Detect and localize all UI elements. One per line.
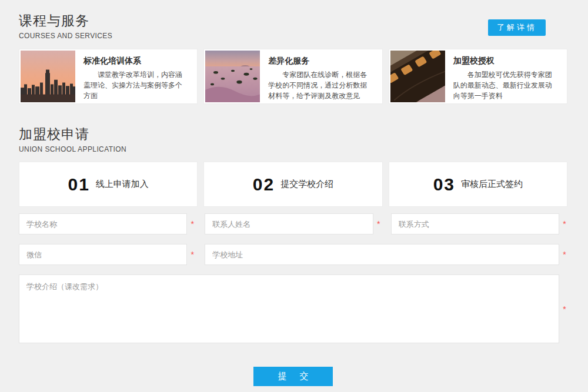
school-introduction-textarea[interactable] (19, 274, 559, 343)
card-description: 课堂教学改革培训，内容涵盖理论、实操方法与案例等多个方面 (83, 69, 189, 101)
courses-section-header: 课程与服务 COURSES AND SERVICES 了解详情 (19, 0, 567, 40)
course-card-standardized-training: 标准化培训体系 课堂教学改革培训，内容涵盖理论、实操方法与案例等多个方面 (19, 49, 198, 104)
card-title: 差异化服务 (268, 56, 373, 66)
card-title: 加盟校授权 (453, 56, 559, 66)
required-asterisk: * (376, 220, 382, 228)
courses-section-title: 课程与服务 (19, 12, 567, 30)
wechat-input[interactable] (19, 244, 187, 265)
required-asterisk: * (562, 220, 567, 228)
step-submit-introduction: 02 提交学校介绍 (203, 162, 382, 207)
application-section-subtitle: UNION SCHOOL APPLICATION (19, 145, 567, 153)
step-number: 03 (433, 176, 455, 193)
step-label: 提交学校介绍 (280, 179, 333, 190)
film-strip-image (390, 51, 445, 102)
application-steps: 01 线上申请加入 02 提交学校介绍 03 审核后正式签约 (19, 162, 567, 207)
page: 课程与服务 COURSES AND SERVICES 了解详情 (0, 0, 588, 386)
contact-name-input[interactable] (205, 213, 373, 234)
course-card-differentiated-service: 差异化服务 专家团队在线诊断，根据各学校的不同情况，通过分析数据材料等，给予评测… (203, 49, 382, 104)
required-asterisk: * (562, 305, 567, 313)
application-section-title: 加盟校申请 (19, 125, 567, 143)
card-title: 标准化培训体系 (83, 56, 189, 66)
step-label: 审核后正式签约 (461, 179, 523, 190)
application-form: * * * * * * 提 交 (19, 213, 567, 386)
step-number: 02 (253, 176, 275, 193)
step-sign-contract: 03 审核后正式签约 (389, 162, 567, 207)
learn-more-button[interactable]: 了解详情 (488, 19, 546, 36)
desert-dunes-image (205, 51, 260, 102)
card-description: 专家团队在线诊断，根据各学校的不同情况，通过分析数据材料等，给予评测及教改意见 (268, 69, 373, 101)
courses-section-subtitle: COURSES AND SERVICES (19, 32, 567, 40)
application-section-header: 加盟校申请 UNION SCHOOL APPLICATION (19, 125, 567, 153)
step-label: 线上申请加入 (96, 179, 149, 190)
course-card-franchise-authorization: 加盟校授权 各加盟校可优先获得专家团队的最新动态、最新行业发展动向等第一手资料 (389, 49, 567, 104)
card-description: 各加盟校可优先获得专家团队的最新动态、最新行业发展动向等第一手资料 (453, 69, 559, 101)
submit-button[interactable]: 提 交 (253, 367, 333, 386)
step-apply-online: 01 线上申请加入 (19, 162, 198, 207)
course-cards: 标准化培训体系 课堂教学改革培训，内容涵盖理论、实操方法与案例等多个方面 (19, 49, 567, 104)
contact-phone-input[interactable] (391, 213, 559, 234)
city-skyline-image (21, 51, 75, 102)
required-asterisk: * (189, 250, 195, 259)
required-asterisk: * (562, 250, 567, 259)
school-name-input[interactable] (19, 213, 187, 234)
step-number: 01 (68, 176, 89, 193)
required-asterisk: * (189, 220, 195, 228)
school-address-input[interactable] (205, 244, 559, 265)
